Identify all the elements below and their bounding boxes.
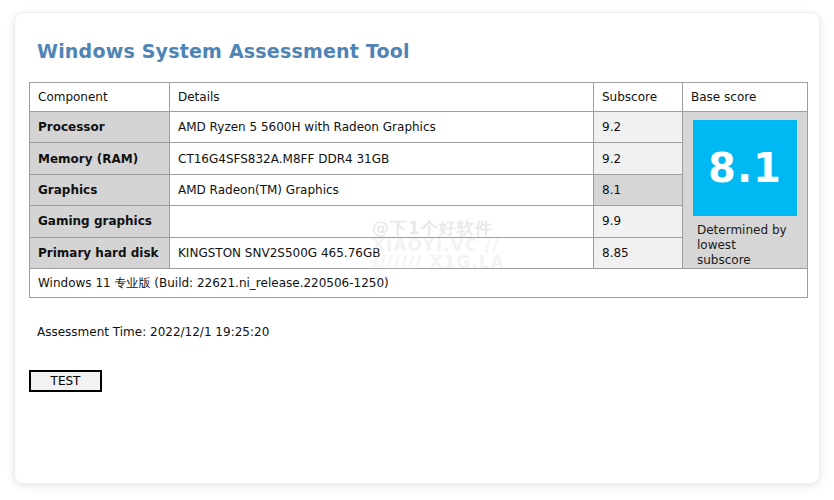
base-score-value: 8.1 [708, 145, 782, 191]
component-cell: Memory (RAM) [30, 143, 170, 174]
component-cell: Graphics [30, 174, 170, 205]
table-row-processor: Processor AMD Ryzen 5 5600H with Radeon … [30, 112, 808, 143]
header-subscore: Subscore [594, 83, 683, 112]
assessment-time: Assessment Time: 2022/12/1 19:25:20 [37, 325, 805, 339]
os-version-cell: Windows 11 专业版 (Build: 22621.ni_release.… [30, 269, 808, 298]
subscore-cell-lowest: 8.1 [594, 174, 683, 205]
details-cell: AMD Radeon(TM) Graphics [170, 174, 594, 205]
header-component: Component [30, 83, 170, 112]
header-details: Details [170, 83, 594, 112]
component-cell: Gaming graphics [30, 206, 170, 237]
base-score-cell: 8.1 Determined by lowest subscore [683, 112, 808, 269]
os-row: Windows 11 专业版 (Build: 22621.ni_release.… [30, 269, 808, 298]
page-title: Windows System Assessment Tool [37, 40, 805, 62]
subscore-cell: 9.2 [594, 143, 683, 174]
test-button[interactable]: TEST [29, 370, 102, 392]
details-cell: AMD Ryzen 5 5600H with Radeon Graphics [170, 112, 594, 143]
header-row: Component Details Subscore Base score [30, 83, 808, 112]
base-score-box: 8.1 [693, 120, 797, 216]
details-cell [170, 206, 594, 237]
base-score-note: Determined by lowest subscore [691, 223, 799, 268]
details-cell: CT16G4SFS832A.M8FF DDR4 31GB [170, 143, 594, 174]
subscore-cell: 9.2 [594, 112, 683, 143]
component-cell: Primary hard disk [30, 237, 170, 268]
subscore-cell: 8.85 [594, 237, 683, 268]
winsat-window: Windows System Assessment Tool Component… [14, 12, 820, 484]
assessment-table: Component Details Subscore Base score Pr… [29, 82, 808, 298]
header-base-score: Base score [683, 83, 808, 112]
subscore-cell: 9.9 [594, 206, 683, 237]
details-cell: KINGSTON SNV2S500G 465.76GB [170, 237, 594, 268]
component-cell: Processor [30, 112, 170, 143]
